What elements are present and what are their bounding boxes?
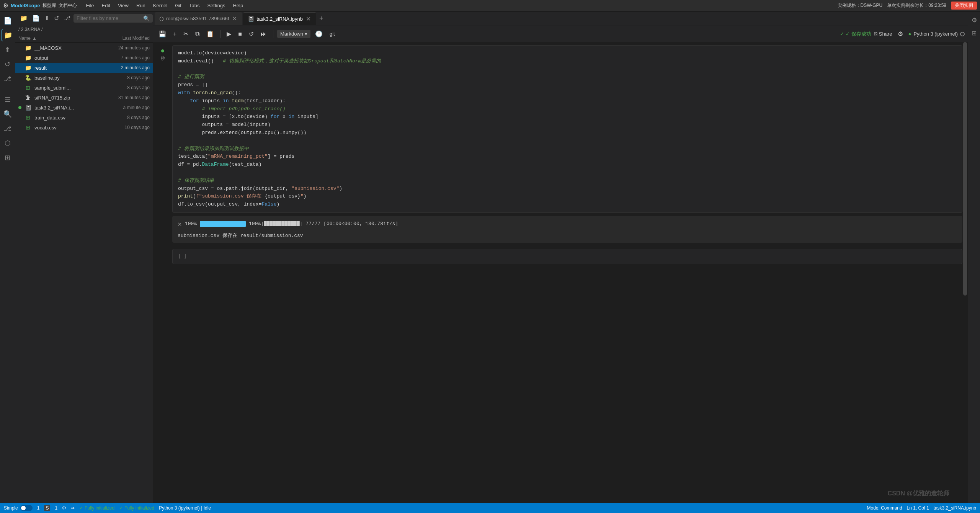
status-right: Mode: Command Ln 1, Col 1 task3.2_siRNA.… [867, 505, 976, 511]
csv-file-icon: ⊞ [24, 114, 31, 121]
empty-cell-body[interactable]: [ ] [172, 249, 962, 264]
folder-icon: 📁 [24, 55, 31, 61]
list-item[interactable]: 🐍 baseline.py 8 days ago [15, 73, 153, 83]
list-item-selected[interactable]: 📁 result 2 minutes ago [15, 63, 153, 73]
list-item[interactable]: 📁 output 7 minutes ago [15, 53, 153, 63]
forward-icon[interactable]: ⇒ [71, 505, 75, 511]
sidebar-icon-new-file[interactable]: 📄 [2, 15, 14, 27]
notebook-toolbar: 💾 + ✂ ⧉ 📋 ▶ ■ ↺ ⏭ Markdown ▾ 🕐 git ✓ ✓ 保… [153, 26, 968, 42]
checkmark-icon: ✓ [840, 31, 844, 37]
csv-file-icon: ⊞ [24, 85, 31, 91]
col-name-header[interactable]: Name ▲ [18, 36, 100, 41]
menu-view[interactable]: View [115, 2, 132, 9]
git-button[interactable]: git [327, 30, 337, 38]
menu-help[interactable]: Help [230, 2, 246, 9]
brand: ⚙ ModelScope 模型库 文档中心 [3, 2, 77, 9]
sidebar-icon-vcs[interactable]: ⎇ [2, 123, 14, 135]
kernel-info: ● Python 3 (ipykernel) [908, 31, 965, 37]
cell-gutter: ● 秒 [153, 44, 172, 214]
notebook-area: ⬡ root@dsw-583591-7896c66f ✕ 📓 task3.2_s… [153, 11, 968, 503]
settings-button[interactable]: ⚙ [895, 29, 905, 39]
add-cell-button[interactable]: + [171, 29, 179, 39]
new-tab-button[interactable]: + [317, 15, 326, 23]
menu-run[interactable]: Run [133, 2, 149, 9]
tab-close-button[interactable]: ✕ [305, 15, 312, 23]
new-file-icon[interactable]: 📄 [31, 14, 41, 23]
gear-icon[interactable]: ⚙ [62, 505, 66, 511]
run-indicator-icon: ● [161, 47, 165, 55]
restart-run-button[interactable]: ⏭ [258, 29, 269, 39]
upload-icon[interactable]: ⬆ [43, 14, 51, 23]
scrollbar-track[interactable] [962, 42, 968, 503]
menu-file[interactable]: File [83, 2, 97, 9]
cell-body[interactable]: model.to(device=device) model.eval() # 切… [172, 45, 962, 213]
menu-edit[interactable]: Edit [99, 2, 113, 9]
chevron-down-icon: ▾ [305, 31, 307, 37]
save-button[interactable]: 💾 [156, 29, 168, 39]
list-item[interactable]: 🗜 siRNA_0715.zip 31 minutes ago [15, 93, 153, 103]
new-folder-icon[interactable]: 📁 [18, 14, 29, 23]
mode-toggle[interactable]: Simple [4, 505, 33, 511]
cell-type-dropdown[interactable]: Markdown ▾ [277, 30, 310, 38]
main-layout: 📄 📁 ⬆ ↺ ⎇ ☰ 🔍 ⎇ ⬡ ⊞ 📁 📄 ⬆ ↺ ⎇ 🔍 / 2.3siR… [0, 11, 980, 503]
sidebar-icon-upload[interactable]: ⬆ [2, 44, 14, 56]
active-dot-indicator [18, 106, 21, 109]
list-item[interactable]: ⊞ train_data.csv 8 days ago [15, 113, 153, 123]
kernel-circle-indicator [960, 32, 965, 36]
csv-file-icon: ⊞ [24, 124, 31, 131]
right-sidebar-extension-icon[interactable]: ⊞ [969, 28, 980, 38]
menu-tabs[interactable]: Tabs [186, 2, 203, 9]
right-sidebar: ⚙ ⊞ [968, 11, 980, 503]
progress-close-button[interactable]: ✕ [178, 220, 182, 228]
menu-git[interactable]: Git [172, 2, 185, 9]
instance-type: 实例规格：DSW-GPU [838, 2, 883, 9]
mode-command: Mode: Command [867, 505, 902, 511]
refresh-icon[interactable]: ↺ [52, 14, 60, 23]
paste-button[interactable]: 📋 [204, 29, 216, 39]
clock-button[interactable]: 🕐 [313, 29, 325, 39]
empty-cell: [ ] [153, 247, 968, 266]
share-button[interactable]: ⎘ Share [874, 31, 892, 37]
restart-button[interactable]: ↺ [247, 29, 256, 39]
cut-button[interactable]: ✂ [181, 29, 191, 39]
notebook-content[interactable]: ● 秒 model.to(device=device) model.eval()… [153, 42, 968, 503]
list-item[interactable]: 📓 task3.2_siRNA.i... a minute ago [15, 103, 153, 113]
menu-settings[interactable]: Settings [204, 2, 228, 9]
list-item[interactable]: ⊞ vocab.csv 10 days ago [15, 123, 153, 132]
stop-button[interactable]: ■ [236, 29, 244, 39]
list-item[interactable]: 📁 __MACOSX 24 minutes ago [15, 43, 153, 53]
toggle-track[interactable] [20, 505, 33, 511]
brand-cn2: 文档中心 [59, 2, 77, 9]
search-box: 🔍 [74, 14, 153, 23]
run-button[interactable]: ▶ [224, 29, 234, 39]
tab-terminal[interactable]: ⬡ root@dsw-583591-7896c66f ✕ [155, 12, 242, 25]
tab-close-button[interactable]: ✕ [231, 15, 238, 22]
sidebar-icon-git[interactable]: ⎇ [2, 73, 14, 85]
file-panel: 📁 📄 ⬆ ↺ ⎇ 🔍 / 2.3siRNA / Name ▲ Last Mod… [15, 11, 153, 503]
check-icon-2: ✓ [119, 505, 123, 511]
s-badge: S [44, 505, 50, 511]
scrollbar-thumb[interactable] [963, 42, 967, 296]
sort-icon: ▲ [32, 36, 37, 41]
sidebar-icon-more[interactable]: ⊞ [2, 152, 14, 164]
sidebar-icon-refresh[interactable]: ↺ [2, 58, 14, 70]
sidebar-icon-extensions[interactable]: ☰ [2, 93, 14, 106]
list-item[interactable]: ⊞ sample_submi... 8 days ago [15, 83, 153, 93]
sidebar-icon-files[interactable]: 📁 [2, 29, 14, 41]
git-icon[interactable]: ⎇ [62, 14, 72, 23]
copy-button[interactable]: ⧉ [193, 29, 202, 39]
close-instance-button[interactable]: 关闭实例 [951, 2, 977, 10]
current-filename: task3.2_siRNA.ipynb [934, 505, 976, 511]
right-sidebar-settings-icon[interactable]: ⚙ [969, 15, 980, 25]
output-cell: ✕ 100% 100%|████████████| 77/77 [00:00<0… [153, 216, 968, 246]
sidebar-icon-debug[interactable]: ⬡ [2, 137, 14, 149]
sidebar-icon-search[interactable]: 🔍 [2, 108, 14, 120]
status-left: Simple 1 S 1 ⚙ ⇒ ✓ Fully initialized ✓ F… [4, 505, 211, 511]
toggle-thumb [21, 506, 26, 510]
brand-name: ModelScope [11, 3, 40, 8]
search-input[interactable] [77, 15, 141, 21]
tab-notebook[interactable]: 📓 task3.2_siRNA.ipynb ✕ [243, 12, 316, 25]
item2-count: 1 [55, 505, 57, 511]
menu-kernel[interactable]: Kernel [150, 2, 171, 9]
initialized1-status: ✓ Fully initialized [79, 505, 114, 511]
